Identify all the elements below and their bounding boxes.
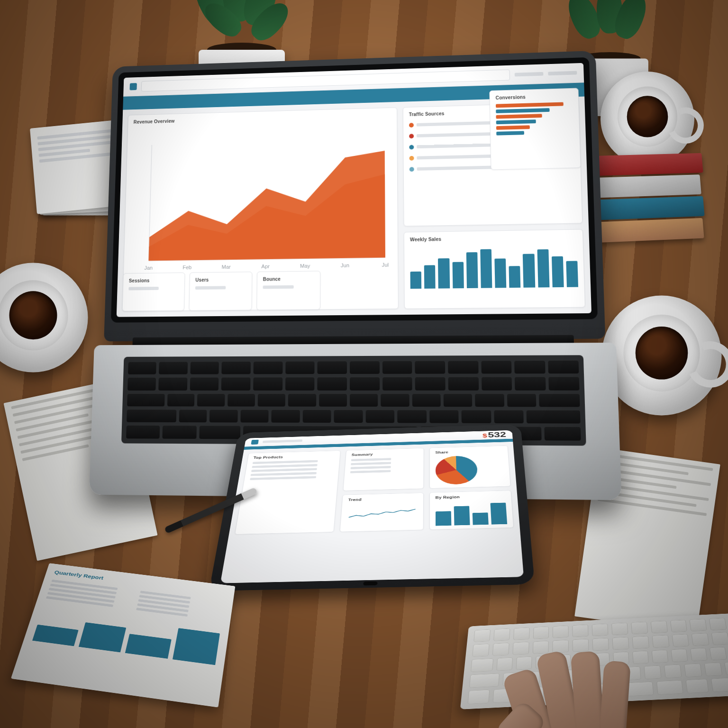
- desk-scene: Revenue Overview JanFebMarAprMayJunJul: [0, 0, 728, 728]
